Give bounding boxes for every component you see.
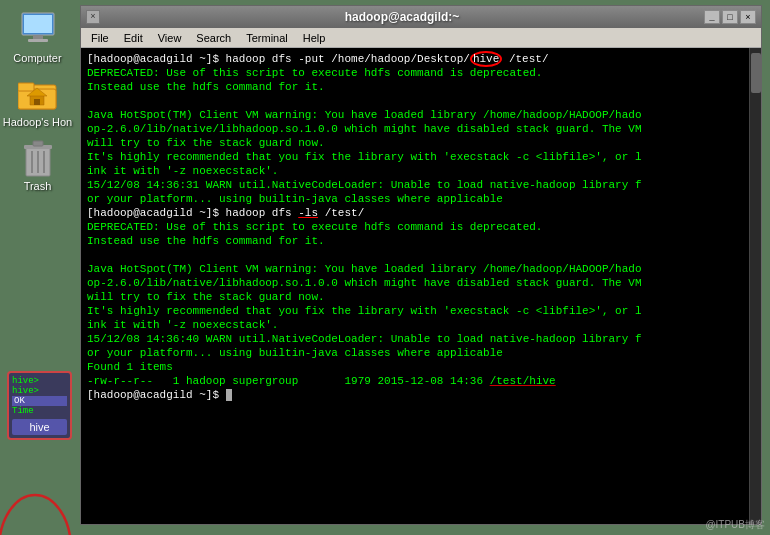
menu-help[interactable]: Help: [298, 31, 331, 45]
trash-icon-label: Trash: [24, 180, 52, 192]
window-title: hadoop@acadgild:~: [100, 10, 704, 24]
close-button[interactable]: ×: [86, 10, 100, 24]
scrollbar[interactable]: [749, 48, 761, 524]
terminal-line-13: Instead use the hdfs command for it.: [87, 234, 755, 248]
svg-rect-3: [28, 39, 48, 42]
computer-icon: [18, 10, 58, 50]
minimize-button[interactable]: _: [704, 10, 720, 24]
menu-file[interactable]: File: [86, 31, 114, 45]
menu-search[interactable]: Search: [191, 31, 236, 45]
svg-point-17: [0, 495, 71, 535]
terminal-line-1: [hadoop@acadgild ~]$ hadoop dfs -put /ho…: [87, 52, 755, 66]
desktop-icon-trash[interactable]: Trash: [3, 138, 73, 192]
terminal-line-17: It's highly recommended that you fix the…: [87, 304, 755, 318]
hive-line-4: Time: [12, 406, 67, 416]
hive-path-underline: /test/hive: [490, 375, 556, 387]
desktop: Computer Hadoop's Hon: [0, 0, 770, 535]
trash-icon: [18, 138, 58, 178]
hive-highlight: hive: [470, 51, 502, 67]
terminal-line-5: op-2.6.0/lib/native/libhadoop.so.1.0.0 w…: [87, 122, 755, 136]
title-bar-controls: _ □ ×: [704, 10, 756, 24]
desktop-icons: Computer Hadoop's Hon: [0, 0, 75, 535]
hadoop-home-label: Hadoop's Hon: [3, 116, 72, 128]
terminal-line-blank2: [87, 248, 755, 262]
svg-rect-1: [24, 15, 52, 33]
computer-icon-label: Computer: [13, 52, 61, 64]
svg-rect-13: [33, 141, 43, 146]
ls-underline: -ls: [298, 207, 318, 219]
svg-rect-2: [33, 35, 43, 39]
terminal-line-11: [hadoop@acadgild ~]$ hadoop dfs -ls /tes…: [87, 206, 755, 220]
terminal-line-4: Java HotSpot(TM) Client VM warning: You …: [87, 108, 755, 122]
hive-badge: hive: [12, 419, 67, 435]
hive-line-2: hive>: [12, 386, 67, 396]
terminal-line-6: will try to fix the stack guard now.: [87, 136, 755, 150]
terminal-line-3: Instead use the hdfs command for it.: [87, 80, 755, 94]
terminal-content[interactable]: [hadoop@acadgild ~]$ hadoop dfs -put /ho…: [81, 48, 761, 524]
hive-line-1: hive>: [12, 376, 67, 386]
terminal-line-10: or your platform... using builtin-java c…: [87, 192, 755, 206]
title-bar: × hadoop@acadgild:~ _ □ ×: [81, 6, 761, 28]
terminal-line-15: op-2.6.0/lib/native/libhadoop.so.1.0.0 w…: [87, 276, 755, 290]
scroll-thumb[interactable]: [751, 53, 761, 93]
terminal-line-2: DEPRECATED: Use of this script to execut…: [87, 66, 755, 80]
svg-rect-10: [34, 99, 40, 105]
title-bar-left: ×: [86, 10, 100, 24]
terminal-line-20: or your platform... using builtin-java c…: [87, 346, 755, 360]
terminal-line-22: -rw-r--r-- 1 hadoop supergroup 1979 2015…: [87, 374, 755, 388]
hive-oval: [0, 492, 75, 535]
watermark: @ITPUB博客: [705, 518, 765, 532]
terminal-window: × hadoop@acadgild:~ _ □ × File Edit View…: [80, 5, 762, 525]
terminal-line-9: 15/12/08 14:36:31 WARN util.NativeCodeLo…: [87, 178, 755, 192]
terminal-line-8: ink it with '-z noexecstack'.: [87, 164, 755, 178]
folder-icon: [18, 74, 58, 114]
terminal-line-7: It's highly recommended that you fix the…: [87, 150, 755, 164]
terminal-line-blank1: [87, 94, 755, 108]
menu-bar: File Edit View Search Terminal Help: [81, 28, 761, 48]
maximize-button[interactable]: □: [722, 10, 738, 24]
terminal-line-19: 15/12/08 14:36:40 WARN util.NativeCodeLo…: [87, 332, 755, 346]
terminal-line-12: DEPRECATED: Use of this script to execut…: [87, 220, 755, 234]
svg-rect-7: [18, 83, 34, 91]
cursor: [226, 389, 233, 401]
window-close-button[interactable]: ×: [740, 10, 756, 24]
terminal-line-21: Found 1 items: [87, 360, 755, 374]
terminal-line-23: [hadoop@acadgild ~]$: [87, 388, 755, 402]
menu-view[interactable]: View: [153, 31, 187, 45]
terminal-line-14: Java HotSpot(TM) Client VM warning: You …: [87, 262, 755, 276]
terminal-line-18: ink it with '-z noexecstack'.: [87, 318, 755, 332]
menu-terminal[interactable]: Terminal: [241, 31, 293, 45]
desktop-icon-hadoop-home[interactable]: Hadoop's Hon: [3, 74, 73, 128]
hive-widget[interactable]: hive> hive> OK Time hive: [7, 371, 72, 440]
terminal-line-16: will try to fix the stack guard now.: [87, 290, 755, 304]
hive-line-3: OK: [12, 396, 67, 406]
desktop-icon-computer[interactable]: Computer: [3, 10, 73, 64]
menu-edit[interactable]: Edit: [119, 31, 148, 45]
